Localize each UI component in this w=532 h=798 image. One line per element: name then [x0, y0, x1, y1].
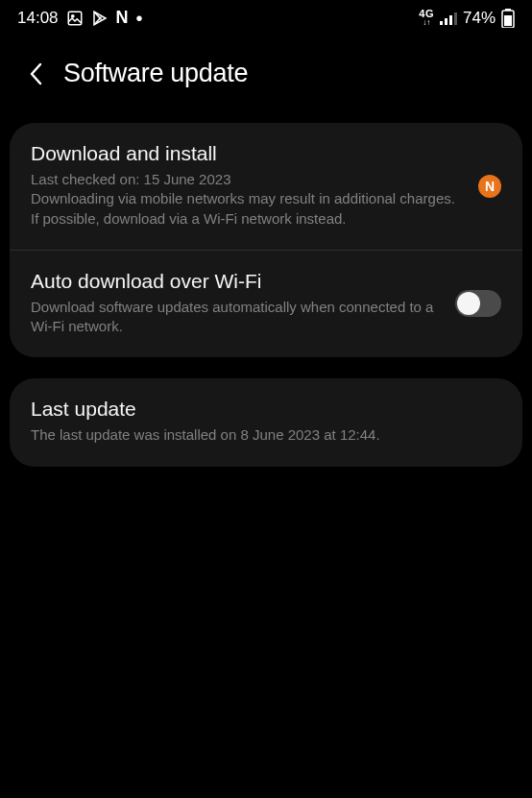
item-subtitle-line1: Last checked on: 15 June 2023: [31, 170, 463, 189]
netflix-icon: N: [116, 8, 129, 28]
auto-download-toggle[interactable]: [455, 290, 501, 317]
status-left: 14:08 N •: [17, 8, 143, 28]
svg-rect-0: [68, 12, 82, 25]
item-subtitle: Download software updates automatically …: [31, 298, 442, 337]
auto-download-item[interactable]: Auto download over Wi-Fi Download softwa…: [10, 251, 522, 358]
item-subtitle: The last update was installed on 8 June …: [31, 425, 501, 445]
battery-icon: [501, 9, 515, 28]
item-title: Auto download over Wi-Fi: [31, 270, 442, 293]
status-bar: 14:08 N • 4G ↓↑ 74%: [0, 0, 532, 36]
notification-badge: N: [478, 175, 501, 198]
svg-rect-4: [440, 21, 443, 25]
item-title: Last update: [31, 398, 501, 421]
more-notifications-icon: •: [136, 9, 143, 28]
svg-rect-5: [445, 18, 447, 25]
svg-rect-7: [454, 12, 457, 25]
last-update-item[interactable]: Last update The last update was installe…: [10, 378, 522, 466]
status-right: 4G ↓↑ 74%: [419, 9, 515, 28]
gallery-icon: [66, 10, 84, 27]
network-type-icon: 4G ↓↑: [419, 9, 434, 27]
item-subtitle-line2: Downloading via mobile networks may resu…: [31, 189, 463, 229]
svg-rect-10: [504, 15, 512, 26]
download-and-install-item[interactable]: Download and install Last checked on: 15…: [10, 123, 522, 251]
svg-rect-6: [449, 15, 452, 25]
play-store-icon: [91, 10, 109, 27]
settings-group-1: Download and install Last checked on: 15…: [10, 123, 522, 357]
settings-group-2: Last update The last update was installe…: [10, 378, 522, 466]
signal-icon: [440, 12, 457, 25]
battery-percent: 74%: [463, 9, 496, 28]
back-icon[interactable]: [25, 60, 46, 87]
toggle-knob: [457, 292, 480, 315]
status-time: 14:08: [17, 9, 59, 28]
page-title: Software update: [63, 59, 248, 88]
item-title: Download and install: [31, 142, 463, 165]
header: Software update: [0, 36, 532, 123]
svg-point-1: [71, 14, 73, 16]
